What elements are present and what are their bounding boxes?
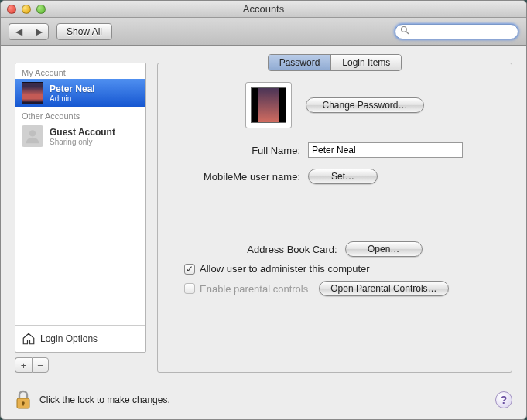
user-picture-button[interactable] — [245, 82, 292, 128]
svg-point-2 — [29, 130, 36, 136]
my-account-section-label: My Account — [15, 63, 145, 79]
add-account-button[interactable]: + — [15, 357, 32, 373]
chevron-right-icon: ▶ — [36, 26, 43, 37]
forward-button[interactable]: ▶ — [29, 23, 49, 40]
minus-icon: − — [37, 360, 43, 371]
account-name: Peter Neal — [50, 84, 95, 94]
search-input[interactable] — [412, 27, 519, 36]
search-icon — [400, 26, 409, 37]
account-row-guest[interactable]: Guest Account Sharing only — [15, 122, 145, 150]
account-role: Sharing only — [50, 138, 115, 146]
parental-checkbox[interactable] — [184, 283, 195, 294]
account-row-peter-neal[interactable]: Peter Neal Admin — [15, 79, 145, 107]
sidebar: My Account Peter Neal Admin Other Accoun… — [15, 63, 146, 373]
chevron-left-icon: ◀ — [15, 26, 22, 37]
mobileme-label: MobileMe user name: — [169, 171, 300, 183]
tab-password[interactable]: Password — [269, 55, 332, 70]
show-all-button[interactable]: Show All — [56, 23, 112, 40]
login-options-label: Login Options — [40, 333, 98, 344]
plus-icon: + — [21, 360, 27, 371]
admin-checkbox[interactable]: ✓ — [184, 264, 195, 275]
help-button[interactable]: ? — [495, 391, 512, 408]
footer: Click the lock to make changes. ? — [1, 381, 526, 419]
guest-silhouette-icon — [22, 125, 43, 147]
admin-checkbox-label: Allow user to administer this computer — [200, 263, 370, 275]
account-role: Admin — [50, 94, 95, 103]
accounts-window: Accounts ◀ ▶ Show All My Account — [0, 0, 527, 420]
admin-checkbox-row[interactable]: ✓ Allow user to administer this computer — [184, 263, 501, 275]
question-icon: ? — [501, 394, 508, 406]
parental-checkbox-label: Enable parental controls — [200, 283, 308, 295]
titlebar: Accounts — [1, 1, 526, 18]
lock-text: Click the lock to make changes. — [39, 394, 170, 405]
mobileme-set-button[interactable]: Set… — [308, 169, 378, 184]
back-button[interactable]: ◀ — [9, 23, 29, 40]
house-icon — [22, 332, 36, 346]
close-icon[interactable] — [7, 5, 16, 14]
address-book-open-button[interactable]: Open… — [345, 241, 423, 257]
address-book-label: Address Book Card: — [247, 244, 337, 255]
account-picture-icon — [22, 82, 43, 104]
search-field[interactable] — [395, 24, 518, 39]
checkmark-icon: ✓ — [186, 264, 193, 275]
window-title: Accounts — [1, 3, 526, 15]
full-name-label: Full Name: — [169, 145, 300, 156]
minimize-icon[interactable] — [22, 5, 31, 14]
login-options-button[interactable]: Login Options — [15, 325, 145, 352]
tab-login-items[interactable]: Login Items — [331, 55, 401, 70]
change-password-button[interactable]: Change Password… — [306, 97, 423, 113]
full-name-field[interactable] — [308, 142, 463, 158]
toolbar: ◀ ▶ Show All — [1, 18, 526, 46]
svg-line-1 — [406, 32, 409, 34]
remove-account-button[interactable]: − — [32, 357, 49, 373]
user-picture-icon — [251, 87, 286, 123]
main-panel: Password Login Items Change Password — [157, 63, 512, 373]
lock-icon[interactable] — [15, 390, 32, 410]
svg-rect-5 — [22, 403, 24, 406]
zoom-icon[interactable] — [36, 5, 46, 14]
accounts-list: My Account Peter Neal Admin Other Accoun… — [15, 63, 146, 353]
show-all-label: Show All — [67, 26, 102, 37]
account-name: Guest Account — [50, 127, 115, 138]
open-parental-controls-button[interactable]: Open Parental Controls… — [319, 281, 448, 296]
other-accounts-section-label: Other Accounts — [15, 107, 145, 122]
